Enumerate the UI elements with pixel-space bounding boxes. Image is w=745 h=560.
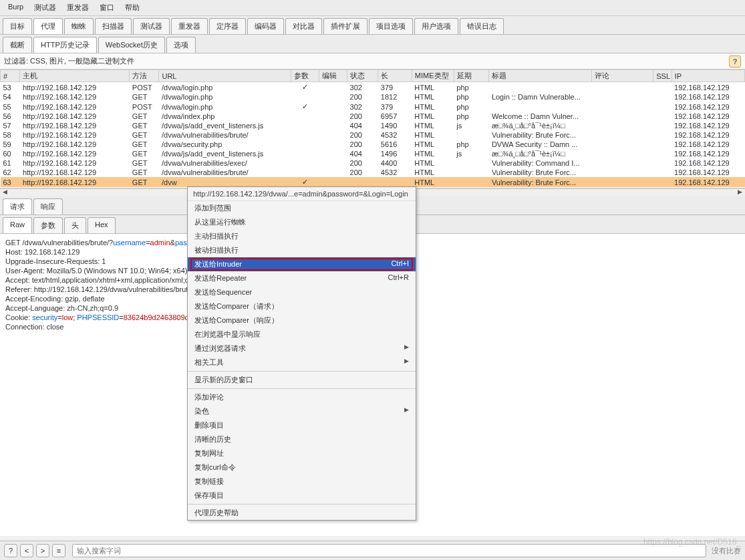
sub-tabs: 截断HTTP历史记录WebSocket历史选项 bbox=[0, 35, 745, 53]
column-header[interactable]: 评论 bbox=[591, 70, 653, 82]
tab-代理[interactable]: 代理 bbox=[33, 18, 63, 34]
context-menu-item[interactable]: 复制curl命令 bbox=[188, 460, 416, 474]
tab-扫描器[interactable]: 扫描器 bbox=[95, 18, 132, 34]
table-row[interactable]: 57http://192.168.142.129GET/dvwa/js/add_… bbox=[1, 121, 745, 130]
context-menu-item[interactable]: 删除项目 bbox=[188, 418, 416, 432]
column-header[interactable]: 方法 bbox=[130, 70, 159, 82]
context-menu-item[interactable]: 发送给Comparer（请求） bbox=[188, 299, 416, 313]
tab-选项[interactable]: 选项 bbox=[166, 37, 196, 53]
context-menu-item[interactable]: 发送给Comparer（响应） bbox=[188, 313, 416, 327]
context-menu-item[interactable]: 被动扫描执行 bbox=[188, 243, 416, 257]
column-header[interactable]: # bbox=[1, 70, 20, 82]
context-menu-url: http://192.168.142.129/dvwa/...e=admin&p… bbox=[188, 187, 416, 201]
footer-forward-button[interactable]: > bbox=[36, 544, 49, 557]
footer-menu-button[interactable]: ≡ bbox=[52, 544, 65, 557]
match-count: 没有比赛 bbox=[712, 546, 741, 556]
column-header[interactable]: 编辑 bbox=[319, 70, 347, 82]
column-header[interactable]: IP bbox=[672, 70, 744, 82]
tab-错误日志[interactable]: 错误日志 bbox=[460, 18, 504, 34]
context-menu-item[interactable]: 添加评论 bbox=[188, 390, 416, 404]
tab-重发器[interactable]: 重发器 bbox=[171, 18, 208, 34]
context-menu-item[interactable]: 代理历史帮助 bbox=[188, 506, 416, 520]
menu-item[interactable]: 帮助 bbox=[120, 1, 145, 14]
context-menu-item[interactable]: 染色 bbox=[188, 404, 416, 418]
history-table: #主机方法URL参数编辑状态长MIME类型延期标题评论SSLIP 53http:… bbox=[0, 69, 745, 188]
tab-目标[interactable]: 目标 bbox=[3, 18, 32, 34]
tab-WebSocket历史[interactable]: WebSocket历史 bbox=[98, 37, 165, 53]
column-header[interactable]: 主机 bbox=[20, 70, 130, 82]
tab-响应[interactable]: 响应 bbox=[33, 198, 63, 215]
footer-help-button[interactable]: ? bbox=[4, 544, 17, 557]
context-menu-item[interactable]: 复制网址 bbox=[188, 446, 416, 460]
menu-item[interactable]: Burp bbox=[3, 1, 29, 14]
footer-back-button[interactable]: < bbox=[20, 544, 33, 557]
column-header[interactable]: 长 bbox=[378, 70, 412, 82]
column-header[interactable]: 标题 bbox=[489, 70, 591, 82]
tab-截断[interactable]: 截断 bbox=[3, 37, 32, 53]
tab-用户选项[interactable]: 用户选项 bbox=[414, 18, 458, 34]
context-menu-item[interactable]: 相关工具 bbox=[188, 356, 416, 370]
column-header[interactable]: 状态 bbox=[347, 70, 378, 82]
table-row[interactable]: 53http://192.168.142.129POST/dvwa/login.… bbox=[1, 82, 745, 93]
tab-编码器[interactable]: 编码器 bbox=[247, 18, 284, 34]
request-line: GET /dvwa/vulnerabilities/brute/? bbox=[5, 239, 113, 247]
tab-蜘蛛[interactable]: 蜘蛛 bbox=[64, 18, 94, 34]
table-row[interactable]: 56http://192.168.142.129GET/dvwa/index.p… bbox=[1, 112, 745, 121]
search-input[interactable] bbox=[72, 544, 706, 557]
tab-头[interactable]: 头 bbox=[64, 217, 86, 233]
tab-Hex[interactable]: Hex bbox=[88, 217, 116, 233]
tab-项目选项[interactable]: 项目选项 bbox=[369, 18, 413, 34]
tab-定序器[interactable]: 定序器 bbox=[209, 18, 246, 34]
table-row[interactable]: 59http://192.168.142.129GET/dvwa/securit… bbox=[1, 140, 745, 149]
context-menu-item[interactable]: 显示新的历史窗口 bbox=[188, 373, 416, 387]
filter-label: 过滤器: CSS, 图片, 一般隐藏二进制文件 bbox=[4, 56, 134, 66]
search-footer: ? < > ≡ 没有比赛 bbox=[0, 541, 745, 560]
column-header[interactable]: 参数 bbox=[291, 70, 319, 82]
table-row[interactable]: 62http://192.168.142.129GET/dvwa/vulnera… bbox=[1, 168, 745, 177]
column-header[interactable]: SSL bbox=[653, 70, 672, 82]
help-icon[interactable]: ? bbox=[729, 55, 741, 67]
tab-请求[interactable]: 请求 bbox=[3, 198, 32, 215]
tab-测试器[interactable]: 测试器 bbox=[133, 18, 170, 34]
column-header[interactable]: 延期 bbox=[454, 70, 489, 82]
context-menu-item[interactable]: 发送给IntruderCtrl+I bbox=[188, 257, 416, 271]
menu-item[interactable]: 重发器 bbox=[61, 1, 94, 14]
watermark: https://blog.csdn.net/D516_ bbox=[643, 537, 741, 547]
context-menu-item[interactable]: 发送给Sequencer bbox=[188, 285, 416, 299]
tab-HTTP历史记录[interactable]: HTTP历史记录 bbox=[33, 37, 97, 53]
tab-参数[interactable]: 参数 bbox=[33, 217, 63, 233]
table-row[interactable]: 63http://192.168.142.129GET/dvw✓HTMLVuln… bbox=[1, 177, 745, 187]
menu-item[interactable]: 窗口 bbox=[94, 1, 120, 14]
context-menu: http://192.168.142.129/dvwa/...e=admin&p… bbox=[187, 186, 416, 521]
context-menu-item[interactable]: 在浏览器中显示响应 bbox=[188, 327, 416, 341]
context-menu-item[interactable]: 保存项目 bbox=[188, 488, 416, 503]
header-cookie: Cookie: bbox=[5, 313, 32, 321]
column-header[interactable]: MIME类型 bbox=[412, 70, 454, 82]
column-header[interactable]: URL bbox=[159, 70, 291, 82]
table-row[interactable]: 55http://192.168.142.129POST/dvwa/login.… bbox=[1, 102, 745, 112]
main-tabs: 目标代理蜘蛛扫描器测试器重发器定序器编码器对比器插件扩展项目选项用户选项错误日志 bbox=[0, 16, 745, 35]
menu-bar: Burp测试器重发器窗口帮助 bbox=[0, 0, 745, 16]
context-menu-item[interactable]: 添加到范围 bbox=[188, 201, 416, 215]
context-menu-item[interactable]: 发送给RepeaterCtrl+R bbox=[188, 271, 416, 285]
table-row[interactable]: 58http://192.168.142.129GET/dvwa/vulnera… bbox=[1, 130, 745, 140]
context-menu-item[interactable]: 复制链接 bbox=[188, 474, 416, 488]
table-row[interactable]: 54http://192.168.142.129GET/dvwa/login.p… bbox=[1, 92, 745, 102]
tab-Raw[interactable]: Raw bbox=[3, 217, 32, 233]
filter-bar[interactable]: 过滤器: CSS, 图片, 一般隐藏二进制文件 ? bbox=[0, 53, 745, 69]
menu-item[interactable]: 测试器 bbox=[29, 1, 61, 14]
context-menu-item[interactable]: 通过浏览器请求 bbox=[188, 341, 416, 356]
context-menu-item[interactable]: 主动扫描执行 bbox=[188, 229, 416, 243]
table-row[interactable]: 60http://192.168.142.129GET/dvwa/js/add_… bbox=[1, 149, 745, 158]
table-row[interactable]: 61http://192.168.142.129GET/dvwa/vulnera… bbox=[1, 158, 745, 168]
tab-对比器[interactable]: 对比器 bbox=[285, 18, 322, 34]
tab-插件扩展[interactable]: 插件扩展 bbox=[323, 18, 367, 34]
context-menu-item[interactable]: 从这里运行蜘蛛 bbox=[188, 215, 416, 229]
context-menu-item[interactable]: 清晰的历史 bbox=[188, 432, 416, 446]
